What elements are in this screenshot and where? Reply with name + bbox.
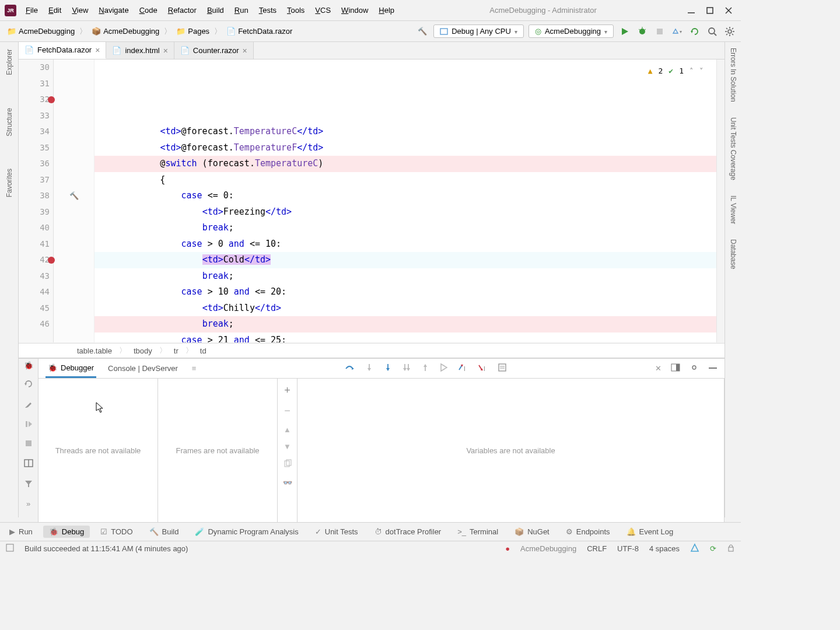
menu-tools[interactable]: Tools [282,4,309,17]
element-crumb[interactable]: td [200,346,206,355]
evaluate-button[interactable]: I [458,363,468,374]
editor-tab[interactable]: 📄FetchData.razor× [19,42,106,59]
step-over-button[interactable] [345,363,355,374]
code-line[interactable]: case <= 0: [94,188,724,204]
rerun-button[interactable] [24,379,33,390]
tool-nuget[interactable]: 📦NuGet [509,526,555,538]
maximize-button[interactable] [706,6,714,15]
code-line[interactable]: @switch (forecast.TemperatureC) [94,156,724,172]
status-indent[interactable]: 4 spaces [649,544,680,553]
element-crumb[interactable]: tbody [134,346,152,355]
line-number[interactable]: 42 [19,252,53,268]
line-number[interactable]: 32 [19,92,53,108]
line-number[interactable]: 33 [19,108,53,124]
element-breadcrumb[interactable]: table.table〉tbody〉tr〉td [19,343,724,358]
lock-icon[interactable] [727,544,735,554]
line-number[interactable]: 39 [19,204,53,220]
menu-run[interactable]: Run [230,4,253,17]
element-crumb[interactable]: table.table [77,346,112,355]
tool-run[interactable]: ▶Run [4,526,38,538]
code-line[interactable]: <td>@forecast.TemperatureF</td> [94,140,724,156]
line-number[interactable]: 38 [19,188,53,204]
breadcrumb-item[interactable]: 📄FetchData.razor [224,26,295,37]
line-number[interactable]: 36 [19,156,53,172]
status-eol[interactable]: CRLF [587,544,607,553]
editor-tab[interactable]: 📄index.html× [106,42,174,59]
code-line[interactable]: case > 0 and <= 10: [94,236,724,253]
tool-unit-tests[interactable]: ✓Unit Tests [309,526,364,538]
menu-file[interactable]: File [21,4,43,17]
settings-button[interactable] [723,25,736,38]
run-config-selector[interactable]: Debug | Any CPU [433,24,524,38]
refresh-button[interactable] [688,25,701,38]
code-line[interactable]: <td>@forecast.TemperatureC</td> [94,124,724,140]
editor-tab[interactable]: 📄Counter.razor× [174,42,254,59]
project-selector[interactable]: ◎ AcmeDebugging [528,24,614,38]
search-button[interactable] [706,25,719,38]
code-area[interactable]: ▲ 2 ✔ 1 ˄ ˅ <td>@forecast.TemperatureC</… [94,60,724,342]
code-line[interactable]: <td>Cold</td> [94,252,724,268]
tool-favorites[interactable]: Favorites [5,166,13,200]
inspection-widget[interactable]: ▲ 2 ✔ 1 ˄ ˅ [645,62,707,80]
modify-run-config-button[interactable] [24,400,33,411]
tool-explorer[interactable]: Explorer [5,47,13,78]
force-step-into-button[interactable] [383,363,393,374]
step-out-button[interactable] [421,363,430,374]
marker-gutter[interactable] [54,60,94,342]
stop-debug-button[interactable] [24,439,33,449]
run-button[interactable] [618,25,631,38]
menu-view[interactable]: View [67,4,93,17]
tool-structure[interactable]: Structure [5,106,13,139]
watches-icon[interactable]: 👓 [283,478,292,487]
close-tab-button[interactable]: × [95,46,100,55]
run-to-cursor-button[interactable] [439,363,449,374]
line-number[interactable]: 30 [19,60,53,76]
menu-window[interactable]: Window [337,4,373,17]
error-icon[interactable]: ● [505,544,510,553]
more-button[interactable]: » [26,499,30,508]
tool-il-viewer[interactable]: IL Viewer [729,194,737,225]
line-number[interactable]: 34 [19,124,53,140]
code-line[interactable]: case > 21 and <= 25: [94,332,724,343]
menu-help[interactable]: Help [374,4,399,17]
menu-code[interactable]: Code [135,4,162,17]
code-line[interactable]: break; [94,220,724,236]
console-tab[interactable]: Console | DevServer [106,359,180,378]
debug-icon[interactable]: 🐞 [24,361,33,370]
tool-dynamic-program-analysis[interactable]: 🧪Dynamic Program Analysis [189,526,304,538]
line-number[interactable]: 40 [19,220,53,236]
tool-build[interactable]: 🔨Build [144,526,185,538]
tool-debug[interactable]: 🐞Debug [43,526,90,538]
remove-watch-button[interactable]: − [284,405,290,417]
status-encoding[interactable]: UTF-8 [617,544,639,553]
tool-errors-in-solution[interactable]: Errors In Solution [729,47,737,103]
more-actions-button[interactable] [671,25,684,38]
filter-button[interactable] [24,479,33,490]
menu-tests[interactable]: Tests [254,4,281,17]
tool-unit-tests-coverage[interactable]: Unit Tests Coverage [729,116,737,181]
build-icon[interactable] [416,25,429,38]
panel-settings-button[interactable] [690,363,699,374]
close-tab-button[interactable]: × [243,46,247,55]
line-number[interactable]: 41 [19,236,53,253]
menu-navigate[interactable]: Navigate [94,4,133,17]
chevron-down-icon[interactable]: ˅ [699,63,704,79]
add-watch-button[interactable]: + [284,384,290,397]
trace-button[interactable]: I [478,363,488,374]
line-number[interactable]: 44 [19,284,53,300]
tool-dottrace-profiler[interactable]: ⏱dotTrace Profiler [369,526,447,538]
menu-refactor[interactable]: Refactor [163,4,201,17]
element-crumb[interactable]: tr [174,346,178,355]
deploy-icon[interactable] [690,543,699,554]
close-tab-button[interactable]: × [163,46,168,55]
line-number[interactable]: 35 [19,140,53,156]
breadcrumb-item[interactable]: 📦AcmeDebugging [89,26,162,37]
breadcrumb-item[interactable]: 📁AcmeDebugging [5,26,77,37]
menu-edit[interactable]: Edit [44,4,66,17]
tool-endpoints[interactable]: ⚙Endpoints [560,526,616,538]
minimize-button[interactable] [687,6,695,15]
line-number[interactable]: 45 [19,300,53,317]
close-panel-button[interactable]: ✕ [655,364,662,373]
hide-panel-button[interactable] [708,364,718,373]
calculator-button[interactable] [498,363,507,374]
